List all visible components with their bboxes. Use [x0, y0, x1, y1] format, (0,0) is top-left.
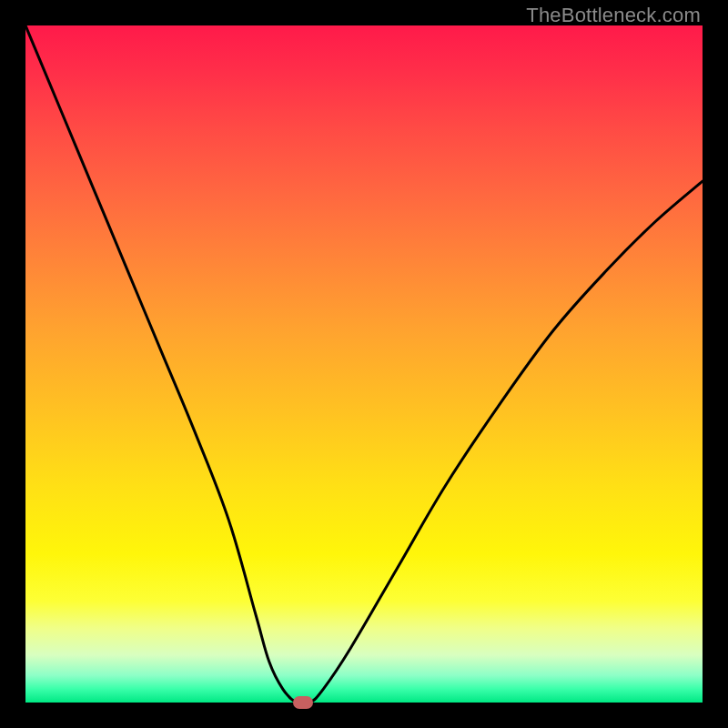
optimum-marker [293, 696, 313, 709]
watermark-text: TheBottleneck.com [526, 4, 701, 27]
chart-container: TheBottleneck.com [0, 0, 728, 728]
plot-area [25, 25, 703, 703]
bottleneck-curve [25, 25, 703, 703]
